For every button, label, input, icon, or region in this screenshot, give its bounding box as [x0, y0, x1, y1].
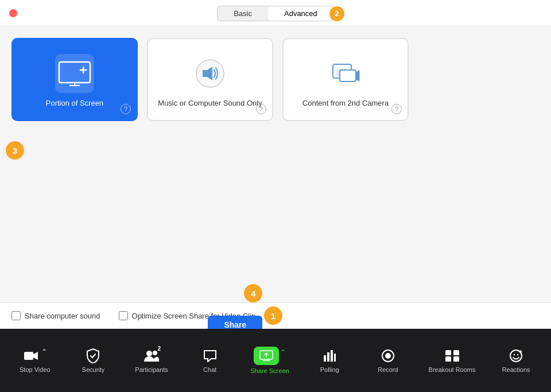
stop-video-icon [23, 348, 39, 364]
toolbar: ⌃ Stop Video Security 2 Participants [0, 329, 551, 392]
chat-label: Chat [203, 366, 216, 373]
participants-label: Participants [135, 366, 168, 373]
toolbar-item-participants[interactable]: 2 Participants [131, 344, 172, 377]
card-content-camera[interactable]: Content from 2nd Camera ? [282, 38, 409, 121]
toolbar-item-stop-video[interactable]: ⌃ Stop Video [15, 344, 55, 377]
svg-rect-16 [324, 355, 326, 362]
toolbar-item-record[interactable]: Record [368, 344, 408, 377]
polling-icon [321, 348, 337, 364]
cards-row: Portion of Screen ? Music or Computer So… [11, 38, 540, 121]
chat-icon [202, 348, 218, 364]
participants-icon: 2 [143, 348, 160, 364]
badge-4: 4 [244, 284, 262, 302]
svg-rect-25 [453, 356, 459, 362]
svg-point-21 [385, 353, 391, 359]
tab-basic[interactable]: Basic [218, 6, 268, 21]
share-sound-input[interactable] [11, 311, 21, 320]
options-bar: Share computer sound Optimize Screen Sha… [0, 302, 551, 329]
svg-point-12 [146, 351, 152, 356]
tab-group-wrapper: Basic Advanced 2 [217, 6, 334, 21]
toolbar-item-security[interactable]: Security [73, 344, 113, 377]
svg-point-28 [517, 354, 518, 355]
top-bar: Basic Advanced 2 [0, 0, 551, 26]
share-screen-icon [254, 347, 279, 365]
svg-rect-7 [203, 70, 207, 77]
badge-3: 3 [6, 141, 24, 160]
badge-1: 1 [264, 306, 282, 325]
svg-point-27 [514, 354, 515, 355]
security-icon [85, 348, 101, 364]
share-screen-chevron[interactable]: ⌃ [280, 348, 286, 356]
toolbar-item-reactions[interactable]: Reactions [496, 344, 536, 377]
optimize-input[interactable] [119, 311, 128, 320]
toolbar-item-polling[interactable]: Polling [309, 344, 350, 377]
toolbar-item-breakout-rooms[interactable]: Breakout Rooms [426, 344, 478, 377]
main-content: Portion of Screen ? Music or Computer So… [0, 26, 551, 291]
participants-count: 2 [158, 346, 161, 352]
svg-rect-19 [334, 354, 336, 362]
toolbar-item-chat[interactable]: Chat [190, 344, 230, 377]
security-label: Security [82, 366, 105, 373]
svg-point-13 [153, 351, 157, 355]
svg-rect-23 [453, 350, 459, 355]
reactions-icon [508, 348, 524, 364]
tab-advanced[interactable]: Advanced [268, 6, 333, 21]
card-portion-screen-help[interactable]: ? [121, 104, 131, 114]
portion-screen-icon [55, 54, 94, 93]
share-sound-label: Share computer sound [25, 312, 100, 320]
card-music-sound-label: Music or Computer Sound Only [158, 99, 262, 107]
reactions-label: Reactions [502, 366, 530, 373]
share-sound-checkbox[interactable]: Share computer sound [11, 311, 100, 320]
card-content-camera-label: Content from 2nd Camera [302, 99, 389, 107]
svg-rect-17 [327, 352, 329, 362]
tab-group: Basic Advanced [217, 6, 334, 21]
svg-rect-18 [331, 350, 333, 362]
share-screen-label: Share Screen [250, 367, 289, 374]
breakout-rooms-label: Breakout Rooms [429, 366, 476, 373]
svg-rect-24 [445, 356, 451, 362]
stop-video-chevron[interactable]: ⌃ [41, 348, 47, 356]
card-music-sound-help[interactable]: ? [256, 104, 266, 114]
card-content-camera-help[interactable]: ? [391, 104, 402, 114]
toolbar-item-share-screen[interactable]: ⌃ Share Screen [248, 343, 291, 378]
badge-2: 2 [329, 6, 344, 21]
svg-rect-10 [340, 70, 356, 81]
svg-rect-22 [445, 350, 451, 355]
polling-label: Polling [320, 366, 339, 373]
record-icon [380, 348, 396, 364]
close-button[interactable] [9, 9, 17, 17]
music-sound-icon [191, 54, 230, 93]
stop-video-label: Stop Video [20, 366, 51, 373]
content-camera-icon [326, 54, 365, 93]
share-screen-icon-group: ⌃ [254, 347, 286, 365]
record-label: Record [378, 366, 398, 373]
card-portion-screen[interactable]: Portion of Screen ? [11, 38, 138, 121]
card-portion-screen-label: Portion of Screen [46, 99, 103, 107]
breakout-rooms-icon [444, 348, 460, 364]
stop-video-icon-group: ⌃ [23, 348, 47, 364]
card-music-sound[interactable]: Music or Computer Sound Only ? [147, 38, 273, 121]
svg-rect-11 [24, 352, 33, 360]
svg-rect-0 [59, 62, 90, 83]
